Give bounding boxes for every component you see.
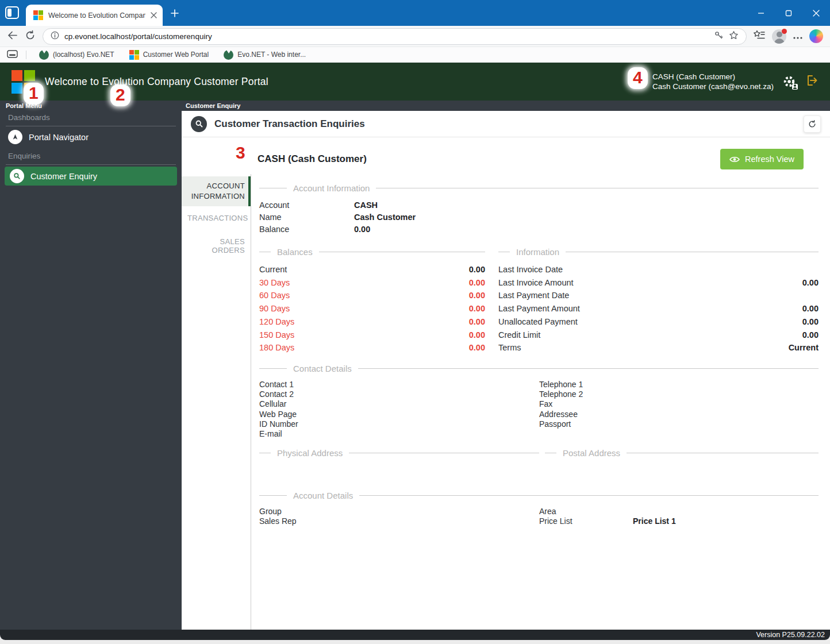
sidebar-section-dashboards: Dashboards bbox=[0, 109, 182, 126]
bookmark-localhost-evonet[interactable]: (localhost) Evo.NET bbox=[34, 50, 119, 60]
contact-label: ID Number bbox=[259, 419, 539, 429]
contact-label: Passport bbox=[539, 419, 819, 429]
search-icon bbox=[191, 116, 207, 132]
panel-caption: Customer Enquiry bbox=[182, 101, 830, 111]
account-settings-icon[interactable] bbox=[782, 75, 796, 88]
info-row: TermsCurrent bbox=[498, 341, 819, 354]
site-favicon bbox=[33, 10, 43, 20]
contact-label: Cellular bbox=[259, 399, 539, 409]
contact-details-section: Contact 1 Contact 2 Cellular Web Page ID… bbox=[259, 380, 819, 439]
info-row: Credit Limit0.00 bbox=[498, 329, 819, 342]
sidebar-item-portal-navigator[interactable]: Portal Navigator bbox=[0, 126, 182, 148]
balance-row: 150 Days0.00 bbox=[259, 329, 485, 342]
annotation-badge-2: 2 bbox=[110, 84, 130, 106]
balance-row: 30 Days0.00 bbox=[259, 276, 485, 290]
information-section: Information Last Invoice Date Last Invoi… bbox=[498, 238, 819, 354]
notification-dot bbox=[782, 29, 787, 34]
physical-address-section: Physical Address bbox=[259, 439, 539, 464]
divider bbox=[26, 51, 26, 59]
enquiry-tabs: ACCOUNT INFORMATION TRANSACTIONS SALES O… bbox=[182, 174, 251, 630]
sidebar-section-enquiries: Enquiries bbox=[0, 148, 182, 164]
tab-transactions[interactable]: TRANSACTIONS bbox=[182, 206, 251, 230]
browser-titlebar: Welcome to Evolution Company C bbox=[0, 0, 830, 26]
main-panel: Customer Enquiry Customer Transaction En… bbox=[182, 101, 830, 630]
new-tab-icon[interactable] bbox=[168, 7, 181, 20]
section-legend: Account Information bbox=[259, 183, 819, 193]
info-row: Last Payment Amount0.00 bbox=[498, 302, 819, 315]
sidebar-item-customer-enquiry[interactable]: Customer Enquiry bbox=[5, 167, 177, 186]
favorites-list-icon[interactable] bbox=[754, 30, 765, 43]
password-key-icon[interactable] bbox=[714, 30, 724, 43]
balance-row: 120 Days0.00 bbox=[259, 315, 485, 329]
bookmarks-bar: (localhost) Evo.NET Customer Web Portal … bbox=[0, 47, 830, 63]
logged-in-user: CASH (Cash Customer) Cash Customer (cash… bbox=[652, 72, 774, 92]
section-legend: Information bbox=[498, 247, 819, 257]
contact-label: E-mail bbox=[259, 429, 539, 439]
field-row: Price ListPrice List 1 bbox=[539, 516, 819, 526]
contact-label: Contact 2 bbox=[259, 390, 539, 399]
info-row: Last Invoice Amount0.00 bbox=[498, 276, 819, 290]
page-header: Customer Transaction Enquiries bbox=[182, 111, 830, 137]
contact-label: Addressee bbox=[539, 410, 819, 419]
site-info-icon[interactable] bbox=[51, 31, 59, 42]
bookmark-customer-web-portal[interactable]: Customer Web Portal bbox=[125, 50, 214, 60]
contact-label: Telephone 1 bbox=[539, 380, 819, 390]
portal-sidebar: Portal Menu Dashboards Portal Navigator … bbox=[0, 101, 182, 630]
evolution-icon bbox=[39, 50, 49, 60]
field-row: Sales Rep bbox=[259, 516, 539, 526]
sidebar-panel-icon[interactable] bbox=[7, 50, 18, 60]
section-legend: Postal Address bbox=[545, 448, 819, 458]
version-footer: Version P25.09.22.02 bbox=[0, 630, 830, 640]
favorite-star-icon[interactable] bbox=[729, 30, 739, 43]
browser-toolbar: cp.evonet.localhost/portal/customerenqui… bbox=[0, 26, 830, 47]
refresh-icon[interactable] bbox=[25, 30, 36, 43]
page-title: Customer Transaction Enquiries bbox=[214, 118, 365, 130]
sync-button[interactable] bbox=[804, 115, 821, 133]
info-row: Last Payment Date bbox=[498, 289, 819, 302]
logout-icon[interactable] bbox=[805, 74, 819, 90]
section-legend: Contact Details bbox=[259, 364, 819, 373]
user-name: CASH (Cash Customer) bbox=[652, 72, 774, 82]
copilot-icon[interactable] bbox=[809, 29, 823, 43]
minimize-icon[interactable] bbox=[747, 0, 775, 26]
field-row: Group bbox=[259, 507, 539, 516]
refresh-view-button[interactable]: Refresh View bbox=[720, 149, 804, 169]
tab-account-information[interactable]: ACCOUNT INFORMATION bbox=[182, 176, 251, 206]
user-email: Cash Customer (cash@evo.net.za) bbox=[652, 82, 774, 92]
contact-label: Web Page bbox=[259, 410, 539, 419]
portal-icon bbox=[129, 50, 139, 60]
more-menu-icon[interactable] bbox=[793, 31, 802, 41]
customer-heading-row: CASH (Cash Customer) Refresh View bbox=[182, 137, 830, 174]
close-icon[interactable] bbox=[802, 0, 830, 26]
navigator-arrow-icon bbox=[8, 130, 22, 144]
annotation-badge-3: 3 bbox=[230, 142, 251, 164]
back-icon[interactable] bbox=[7, 30, 18, 43]
eye-icon bbox=[729, 156, 740, 163]
field-row: NameCash Customer bbox=[259, 211, 819, 223]
bookmark-evonet-web[interactable]: Evo.NET - Web inter... bbox=[219, 50, 310, 60]
address-bar[interactable]: cp.evonet.localhost/portal/customerenqui… bbox=[43, 28, 747, 45]
info-row: Last Invoice Date bbox=[498, 263, 819, 276]
tab-close-icon[interactable] bbox=[151, 10, 157, 21]
url-text[interactable]: cp.evonet.localhost/portal/customerenqui… bbox=[64, 32, 709, 41]
tab-sales-orders[interactable]: SALES ORDERS bbox=[182, 230, 251, 262]
contact-label: Telephone 2 bbox=[539, 390, 819, 399]
balances-section: Balances Current0.00 30 Days0.00 60 Days… bbox=[259, 238, 485, 354]
tab-list-icon[interactable] bbox=[5, 6, 19, 19]
account-information-panel: Account Information AccountCASH NameCash… bbox=[251, 174, 830, 630]
tab-title: Welcome to Evolution Company C bbox=[48, 11, 145, 20]
section-legend: Physical Address bbox=[259, 448, 539, 458]
customer-heading: CASH (Cash Customer) bbox=[258, 153, 367, 165]
info-row: Unallocated Payment0.00 bbox=[498, 315, 819, 329]
annotation-badge-1: 1 bbox=[24, 83, 44, 105]
field-row: Area bbox=[539, 507, 819, 516]
profile-avatar[interactable] bbox=[772, 29, 786, 44]
divider bbox=[6, 164, 176, 165]
contact-label: Contact 1 bbox=[259, 380, 539, 390]
section-legend: Balances bbox=[259, 247, 485, 257]
browser-tab[interactable]: Welcome to Evolution Company C bbox=[26, 5, 163, 26]
maximize-icon[interactable] bbox=[775, 0, 802, 26]
balance-row: 90 Days0.00 bbox=[259, 302, 485, 315]
balance-row: 180 Days0.00 bbox=[259, 341, 485, 354]
balance-row: 60 Days0.00 bbox=[259, 289, 485, 302]
